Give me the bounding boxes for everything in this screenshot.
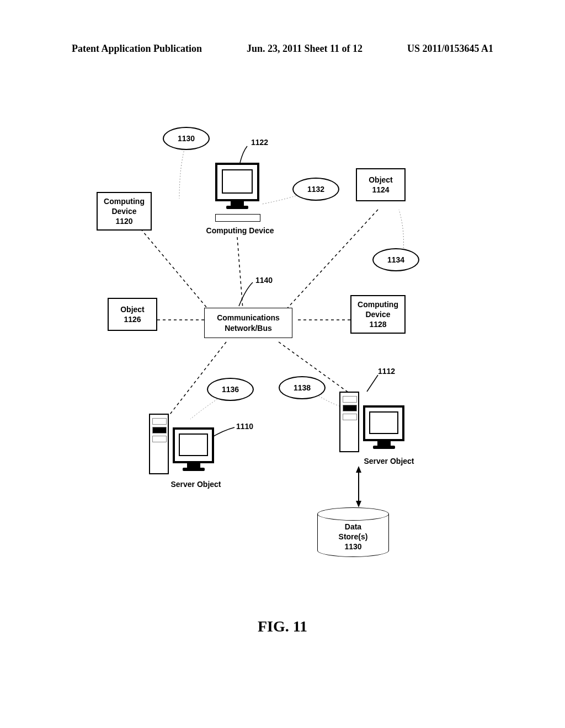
box-computing-device-1120: Computing Device 1120 [97,192,152,231]
server-monitor-right [363,405,404,449]
server-object-left-label: Server Object [163,480,229,489]
data-store-line2: Store(s) [317,532,389,542]
box-object-1126: Object 1126 [108,298,157,331]
box-computing-device-1128: Computing Device 1128 [350,295,406,334]
svg-marker-8 [356,466,361,473]
box-1126-line1: Object [120,304,145,314]
ellipse-1136-label: 1136 [222,385,239,394]
server-tower-left [149,414,169,474]
ref-1140: 1140 [255,276,273,285]
svg-marker-9 [356,501,361,507]
box-1124-line2: 1124 [372,185,389,195]
box-1128-line2: Device [365,309,390,319]
header-left: Patent Application Publication [72,43,202,55]
ellipse-1132-label: 1132 [307,185,324,194]
ellipse-1134-label: 1134 [387,255,404,264]
computing-device-icon [215,163,259,209]
data-store-line3: 1130 [317,542,389,552]
keyboard-icon [215,214,260,222]
box-1124-line1: Object [369,175,393,185]
ref-1110: 1110 [236,422,253,431]
ref-1122: 1122 [251,138,268,147]
figure-caption: FIG. 11 [0,618,565,635]
box-object-1124: Object 1124 [356,168,406,201]
box-1120-line3: 1120 [115,216,132,226]
box-1120-line2: Device [111,206,136,216]
header-center: Jun. 23, 2011 Sheet 11 of 12 [247,43,363,55]
computing-device-label: Computing Device [196,226,284,235]
ellipse-1138-label: 1138 [294,383,311,392]
ellipse-1130: 1130 [163,127,210,150]
box-1128-line3: 1128 [369,319,386,329]
server-monitor-left [173,427,214,471]
ellipse-1134: 1134 [372,248,419,271]
box-1126-line2: 1126 [124,314,141,324]
header-right: US 2011/0153645 A1 [407,43,493,55]
ellipse-1138: 1138 [279,376,326,399]
ref-1112: 1112 [378,367,395,376]
ellipse-1132: 1132 [292,178,339,201]
data-store-line1: Data [317,522,389,532]
box-1128-line1: Computing [358,299,398,309]
svg-line-1 [237,237,243,309]
box-1120-line1: Computing [104,196,145,206]
server-object-right-label: Server Object [356,457,422,465]
ellipse-1130-label: 1130 [178,134,195,143]
data-store-cylinder: Data Store(s) 1130 [317,507,389,557]
box-network-bus: Communications Network/Bus [204,308,292,338]
network-bus-line1: Communications [217,313,280,323]
network-diagram: 1130 1132 1134 1136 1138 Computing Devic… [97,121,455,563]
network-bus-line2: Network/Bus [225,323,272,333]
ellipse-1136: 1136 [207,378,254,401]
server-tower-right [339,392,359,452]
